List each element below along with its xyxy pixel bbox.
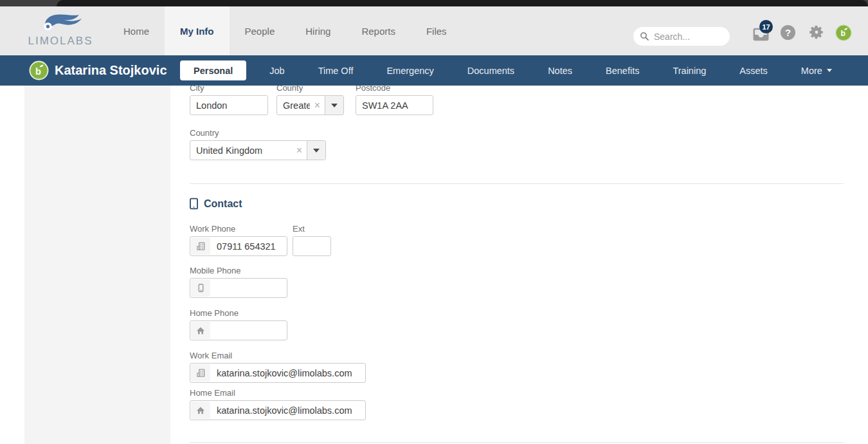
search-box[interactable] <box>633 27 730 46</box>
mobile-icon-box <box>191 279 210 297</box>
tab-more[interactable]: More <box>784 55 849 86</box>
county-label: County <box>276 86 344 93</box>
work-email-field <box>190 363 366 383</box>
nav-reports[interactable]: Reports <box>346 6 411 55</box>
clear-icon[interactable]: × <box>310 100 325 111</box>
home-phone-input[interactable] <box>211 321 287 340</box>
work-phone-field <box>190 236 287 256</box>
employee-sidebar <box>24 86 170 444</box>
nav-files-label: Files <box>426 26 447 37</box>
svg-text:b: b <box>840 29 845 38</box>
tab-notes[interactable]: Notes <box>531 55 589 86</box>
inbox-badge: 17 <box>759 20 773 33</box>
app-header: LIMOLABS Home My Info People Hiring Repo… <box>0 6 868 55</box>
tab-time-off-label: Time Off <box>318 66 354 76</box>
employee-name: Katarina Stojkovic <box>55 55 167 86</box>
nav-hiring-label: Hiring <box>305 26 330 37</box>
address-row: City County Greater... × Postcode <box>190 86 844 115</box>
work-email-group: Work Email <box>190 351 366 383</box>
tab-personal[interactable]: Personal <box>180 60 246 80</box>
city-input[interactable] <box>190 96 267 115</box>
country-dropdown-button[interactable] <box>307 141 325 160</box>
tab-emergency[interactable]: Emergency <box>370 55 450 86</box>
county-select[interactable]: Greater... × <box>276 95 344 115</box>
city-label: City <box>190 86 268 93</box>
mobile-device-icon <box>190 198 198 210</box>
postcode-input[interactable] <box>356 96 433 115</box>
country-select[interactable]: United Kingdom × <box>190 140 326 160</box>
employee-tabs: Personal Job Time Off Emergency Document… <box>180 55 849 86</box>
help-button[interactable]: ? <box>781 25 795 40</box>
nav-hiring[interactable]: Hiring <box>290 6 346 55</box>
nav-home-label: Home <box>123 26 149 37</box>
search-input[interactable] <box>654 32 721 42</box>
tab-time-off[interactable]: Time Off <box>302 55 370 86</box>
user-avatar[interactable]: b <box>835 24 852 44</box>
dropdown-arrow-icon <box>331 104 338 107</box>
logo-text: LIMOLABS <box>28 35 93 48</box>
ext-input[interactable] <box>293 237 330 255</box>
clear-icon[interactable]: × <box>292 145 307 156</box>
home-email-icon-box <box>191 402 210 419</box>
question-mark-icon: ? <box>785 27 791 38</box>
home-phone-label: Home Phone <box>190 308 287 318</box>
nav-files[interactable]: Files <box>411 6 462 55</box>
county-dropdown-button[interactable] <box>325 96 343 115</box>
section-divider <box>190 442 844 443</box>
tab-more-label: More <box>801 66 822 76</box>
home-email-group: Home Email <box>190 388 366 420</box>
mobile-phone-field <box>190 278 287 298</box>
tab-training[interactable]: Training <box>656 55 723 86</box>
work-email-input[interactable] <box>211 364 365 382</box>
personal-form: City County Greater... × Postcode Countr… <box>190 86 844 444</box>
home-email-input[interactable] <box>211 401 365 420</box>
tab-notes-label: Notes <box>548 66 572 76</box>
tab-job-label: Job <box>269 66 284 76</box>
work-phone-input[interactable] <box>211 237 287 255</box>
home-icon-box <box>191 322 210 339</box>
work-icon <box>191 237 210 255</box>
tab-benefits[interactable]: Benefits <box>589 55 656 86</box>
inbox-button[interactable]: 17 <box>752 26 775 45</box>
home-icon <box>196 406 205 415</box>
postcode-label: Postcode <box>356 86 433 93</box>
tab-personal-label: Personal <box>194 66 233 76</box>
country-group: Country United Kingdom × <box>190 128 326 160</box>
nav-people-label: People <box>245 26 275 37</box>
tab-job[interactable]: Job <box>253 55 301 86</box>
tab-emergency-label: Emergency <box>386 66 433 76</box>
home-phone-group: Home Phone <box>190 308 287 340</box>
work-email-icon-box <box>191 364 210 382</box>
settings-button[interactable] <box>808 24 825 43</box>
home-email-label: Home Email <box>190 388 366 398</box>
tab-training-label: Training <box>673 66 706 76</box>
mobile-phone-input[interactable] <box>211 279 287 297</box>
svg-text:b: b <box>35 66 41 77</box>
tab-documents-label: Documents <box>467 66 514 76</box>
work-email-label: Work Email <box>190 351 366 360</box>
mobile-phone-icon <box>196 283 206 293</box>
avatar-icon: b <box>835 24 852 41</box>
nav-people[interactable]: People <box>230 6 291 55</box>
mobile-phone-label: Mobile Phone <box>190 266 287 275</box>
nav-home[interactable]: Home <box>108 6 165 55</box>
mobile-phone-group: Mobile Phone <box>190 266 287 298</box>
tab-benefits-label: Benefits <box>606 66 639 76</box>
country-label: Country <box>190 128 326 138</box>
tab-documents[interactable]: Documents <box>451 55 531 86</box>
nav-my-info-label: My Info <box>180 26 214 37</box>
county-value: Greater... <box>277 100 310 111</box>
section-divider <box>190 183 844 184</box>
ext-label: Ext <box>293 224 331 234</box>
main-nav: Home My Info People Hiring Reports Files <box>108 6 462 55</box>
building-icon <box>196 241 206 251</box>
tab-assets-label: Assets <box>739 66 768 76</box>
home-icon <box>196 326 205 335</box>
nav-my-info[interactable]: My Info <box>165 6 230 55</box>
city-field <box>190 95 268 115</box>
dropdown-arrow-icon <box>313 149 320 153</box>
chevron-down-icon <box>827 69 832 72</box>
tab-assets[interactable]: Assets <box>723 55 784 86</box>
home-email-field <box>190 400 366 420</box>
contact-section-heading: Contact <box>190 198 844 210</box>
